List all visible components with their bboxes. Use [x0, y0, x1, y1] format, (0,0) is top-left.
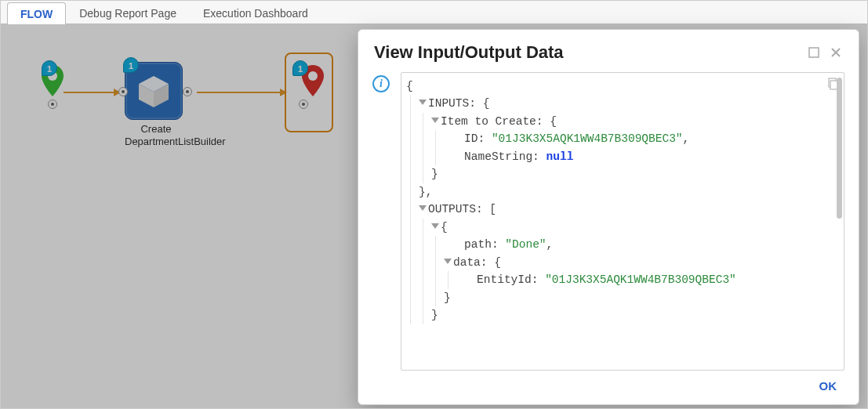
svg-rect-5 — [809, 48, 819, 57]
collapse-caret-icon[interactable] — [431, 118, 439, 123]
code-line: } — [431, 306, 836, 324]
code-line: path: "Done", — [444, 236, 836, 253]
code-line: OUTPUTS: [ — [419, 201, 836, 218]
code-line: } — [444, 289, 836, 306]
tab-execution-dashboard[interactable]: Execution Dashboard — [190, 2, 321, 24]
code-line: { — [431, 219, 836, 236]
collapse-caret-icon[interactable] — [431, 223, 439, 229]
info-icon: i — [372, 75, 390, 92]
ok-button[interactable]: OK — [815, 378, 842, 393]
scrollbar-thumb[interactable] — [837, 78, 842, 219]
modal-title: View Input/Output Data — [374, 42, 564, 63]
code-line: ID: "01J3K3X5AQK1WW4B7B309QBEC3", — [444, 130, 836, 147]
code-line: }, — [419, 183, 836, 201]
code-line: INPUTS: { — [419, 95, 836, 112]
collapse-caret-icon[interactable] — [419, 205, 427, 211]
maximize-icon[interactable] — [807, 45, 821, 60]
tab-debug-report[interactable]: Debug Report Page — [66, 2, 190, 24]
code-line: NameString: null — [444, 148, 836, 165]
code-line: data: { — [444, 254, 836, 271]
code-line: } — [431, 165, 836, 183]
tab-flow[interactable]: FLOW — [7, 2, 66, 24]
collapse-caret-icon[interactable] — [444, 259, 452, 264]
code-line: EntityId: "01J3K3X5AQK1WW4B7B309QBEC3" — [456, 271, 836, 288]
collapse-caret-icon[interactable] — [419, 100, 427, 105]
close-icon[interactable] — [829, 45, 843, 60]
view-io-data-modal: View Input/Output Data i { INPUTS: { Ite… — [358, 29, 859, 405]
code-line: { — [406, 78, 836, 95]
io-data-pane[interactable]: { INPUTS: { Item to Create: { ID: "01J3K… — [401, 72, 844, 371]
tab-bar: FLOW Debug Report Page Execution Dashboa… — [1, 1, 867, 24]
code-line: Item to Create: { — [431, 113, 836, 130]
